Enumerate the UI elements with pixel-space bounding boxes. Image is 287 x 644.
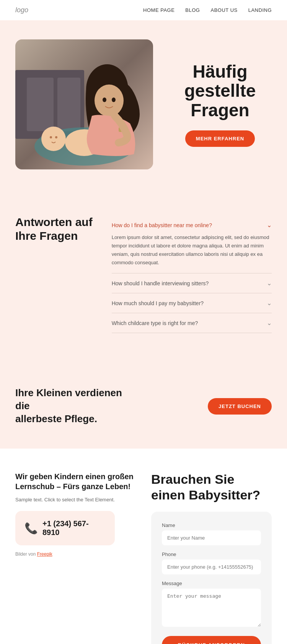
contact-right: Brauchen Sie einen Babysitter? Name Phon… (151, 472, 272, 644)
faq-chevron-1: ⌄ (267, 221, 272, 229)
cta-section: Ihre Kleinen verdienen die allerbeste Pf… (0, 364, 287, 448)
message-group: Message (162, 581, 261, 628)
hero-title: Häufig gestellte Fragen (168, 62, 272, 120)
faq-item-1-header[interactable]: How do I find a babysitter near me onlin… (112, 221, 272, 229)
faq-chevron-3: ⌄ (267, 299, 272, 307)
contact-section: Wir geben Kindern einen großen Lernschub… (0, 449, 287, 644)
navbar: logo HOME PAGE BLOG ABOUT US LANDING (0, 0, 287, 20)
svg-point-7 (50, 136, 52, 138)
faq-item-3: How much should I pay my babysitter? ⌄ (112, 293, 272, 313)
phone-group: Phone (162, 551, 261, 574)
faq-heading: Antworten auf Ihre Fragen (15, 215, 93, 243)
faq-item-3-header[interactable]: How much should I pay my babysitter? ⌄ (112, 299, 272, 307)
phone-box: 📞 +1 (234) 567-8910 (15, 511, 115, 545)
hero-section: Häufig gestellte Fragen MEHR ERFAHREN (0, 20, 287, 192)
faq-question-4: Which childcare type is right for me? (112, 320, 198, 326)
nav-links: HOME PAGE BLOG ABOUT US LANDING (143, 7, 272, 13)
nav-landing[interactable]: LANDING (248, 7, 272, 13)
phone-number: +1 (234) 567-8910 (42, 519, 106, 537)
phone-input[interactable] (162, 559, 261, 574)
faq-answer-1: Lorem ipsum dolor sit amet, consectetur … (112, 233, 272, 267)
nav-about[interactable]: ABOUT US (210, 7, 237, 13)
faq-chevron-2: ⌄ (267, 280, 272, 287)
svg-point-12 (95, 85, 124, 117)
photo-credit: Bilder von Freepik (15, 551, 136, 557)
faq-item-4: Which childcare type is right for me? ⌄ (112, 313, 272, 333)
name-group: Name (162, 522, 261, 545)
nav-blog[interactable]: BLOG (185, 7, 200, 13)
svg-point-14 (112, 98, 116, 102)
svg-rect-3 (57, 78, 80, 131)
submit-button[interactable]: RÜCKRUF ANFORDERN (162, 636, 261, 644)
faq-left: Antworten auf Ihre Fragen (15, 215, 93, 243)
faq-item-2: How should I handle interviewing sitters… (112, 273, 272, 293)
svg-point-8 (55, 136, 57, 138)
contact-sample-text: Sample text. Click to select the Text El… (15, 496, 136, 504)
svg-point-6 (41, 127, 66, 151)
contact-right-title: Brauchen Sie einen Babysitter? (151, 472, 272, 503)
phone-icon: 📞 (24, 522, 38, 535)
nav-home[interactable]: HOME PAGE (143, 7, 174, 13)
faq-section: Antworten auf Ihre Fragen How do I find … (0, 192, 287, 364)
svg-point-13 (103, 98, 106, 102)
message-textarea[interactable] (162, 589, 261, 627)
faq-item-4-header[interactable]: Which childcare type is right for me? ⌄ (112, 319, 272, 327)
logo: logo (15, 6, 28, 14)
mehr-erfahren-button[interactable]: MEHR ERFAHREN (185, 130, 255, 147)
cta-text: Ihre Kleinen verdienen die allerbeste Pf… (15, 387, 138, 425)
contact-form-card: Name Phone Message RÜCKRUF ANFORDERN (151, 512, 272, 644)
faq-question-1: How do I find a babysitter near me onlin… (112, 222, 212, 228)
faq-chevron-4: ⌄ (267, 319, 272, 327)
phone-label: Phone (162, 551, 261, 557)
name-label: Name (162, 522, 261, 528)
faq-question-2: How should I handle interviewing sitters… (112, 280, 209, 286)
hero-image (15, 39, 153, 169)
faq-accordion: How do I find a babysitter near me onlin… (112, 215, 272, 333)
faq-item-1: How do I find a babysitter near me onlin… (112, 215, 272, 273)
contact-left: Wir geben Kindern einen großen Lernschub… (15, 472, 136, 557)
name-input[interactable] (162, 530, 261, 545)
contact-left-title: Wir geben Kindern einen großen Lernschub… (15, 472, 136, 491)
svg-rect-2 (27, 78, 54, 131)
hero-right: Häufig gestellte Fragen MEHR ERFAHREN (168, 62, 272, 147)
photo-credit-link[interactable]: Freepik (37, 551, 52, 557)
faq-question-3: How much should I pay my babysitter? (112, 300, 204, 306)
faq-item-2-header[interactable]: How should I handle interviewing sitters… (112, 280, 272, 287)
jetzt-buchen-button[interactable]: JETZT BUCHEN (208, 398, 272, 415)
message-label: Message (162, 581, 261, 586)
